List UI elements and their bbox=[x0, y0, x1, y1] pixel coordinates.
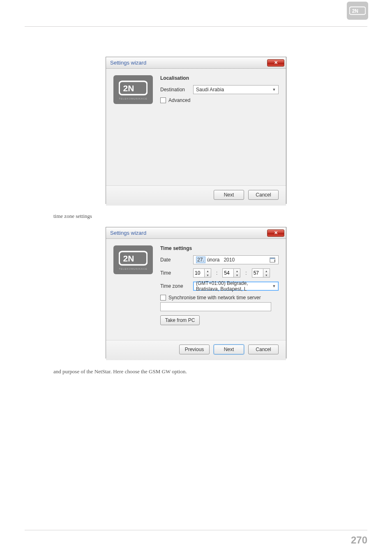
chevron-down-icon[interactable]: ▼ bbox=[263, 273, 270, 277]
label-sync-ntp: Synchronise time with network time serve… bbox=[168, 295, 261, 301]
next-button[interactable]: Next bbox=[214, 345, 244, 354]
time-separator: : bbox=[245, 270, 247, 276]
destination-value: Saudi Arabia bbox=[196, 87, 271, 92]
date-picker[interactable]: 27. února 2010 ▾ bbox=[193, 255, 279, 264]
label-date: Date bbox=[160, 257, 193, 263]
date-day: 27. bbox=[196, 257, 205, 263]
caption-timezone: time zone settings bbox=[53, 213, 92, 220]
brand-logo: 2N bbox=[347, 2, 368, 20]
footer-rule bbox=[25, 530, 367, 530]
chevron-down-icon: ▼ bbox=[271, 282, 277, 290]
time-second-value[interactable] bbox=[252, 268, 263, 278]
advanced-checkbox[interactable]: Advanced bbox=[160, 97, 190, 103]
timezone-combobox[interactable]: (GMT+01:00) Belgrade, Bratislava, Budape… bbox=[193, 282, 279, 291]
checkbox-icon bbox=[160, 295, 166, 301]
time-second-spinner[interactable]: ▲▼ bbox=[252, 268, 270, 278]
sidebar-logo: 2N TELEKOMUNIKACE bbox=[113, 245, 153, 274]
brand-2n-icon: 2N bbox=[349, 6, 366, 16]
window-title: Settings wizard bbox=[110, 230, 267, 236]
sync-ntp-checkbox[interactable]: Synchronise time with network time serve… bbox=[160, 295, 279, 301]
time-separator: : bbox=[216, 270, 217, 276]
label-destination: Destination bbox=[160, 87, 193, 92]
sidebar-logo-subtext: TELEKOMUNIKACE bbox=[119, 97, 147, 100]
next-button[interactable]: Next bbox=[214, 190, 244, 200]
sidebar: 2N TELEKOMUNIKACE bbox=[113, 74, 157, 185]
sidebar: 2N TELEKOMUNIKACE bbox=[113, 245, 157, 340]
window-title: Settings wizard bbox=[110, 60, 267, 66]
time-hour-value[interactable] bbox=[193, 268, 205, 278]
date-year: 2010 bbox=[224, 257, 235, 263]
dialog-localisation: Settings wizard ✕ 2N TELEKOMUNIKACE Loca… bbox=[106, 57, 286, 204]
take-from-pc-button[interactable]: Take from PC bbox=[160, 315, 200, 325]
checkbox-icon bbox=[160, 97, 166, 103]
destination-combobox[interactable]: Saudi Arabia ▼ bbox=[193, 85, 279, 94]
label-time: Time bbox=[160, 270, 193, 276]
ntp-server-input[interactable] bbox=[160, 302, 271, 311]
time-hour-spinner[interactable]: ▲▼ bbox=[193, 268, 211, 278]
time-minute-value[interactable] bbox=[222, 268, 234, 278]
svg-rect-7 bbox=[270, 258, 275, 259]
close-button[interactable]: ✕ bbox=[267, 59, 284, 67]
close-icon: ✕ bbox=[274, 60, 278, 65]
titlebar: Settings wizard ✕ bbox=[106, 57, 286, 69]
section-localisation: Localisation bbox=[160, 75, 279, 81]
svg-text:2N: 2N bbox=[123, 254, 134, 263]
brand-2n-icon: 2N bbox=[119, 250, 148, 267]
chevron-down-icon: ▼ bbox=[271, 86, 277, 93]
section-time-settings: Time settings bbox=[160, 245, 279, 251]
sidebar-logo: 2N TELEKOMUNIKACE bbox=[113, 75, 153, 104]
cancel-button[interactable]: Cancel bbox=[248, 190, 279, 200]
label-timezone: Time zone bbox=[160, 283, 193, 289]
label-advanced: Advanced bbox=[168, 97, 190, 103]
time-minute-spinner[interactable]: ▲▼ bbox=[222, 268, 240, 278]
chevron-down-icon[interactable]: ▼ bbox=[234, 273, 240, 277]
chevron-down-icon[interactable]: ▼ bbox=[205, 273, 211, 277]
cancel-button[interactable]: Cancel bbox=[248, 345, 279, 354]
chevron-up-icon[interactable]: ▲ bbox=[234, 269, 240, 273]
page-number: 270 bbox=[351, 534, 367, 546]
svg-text:2N: 2N bbox=[352, 8, 358, 14]
timezone-value: (GMT+01:00) Belgrade, Bratislava, Budape… bbox=[196, 280, 271, 292]
brand-2n-icon: 2N bbox=[119, 79, 148, 97]
svg-text:▾: ▾ bbox=[274, 259, 275, 262]
titlebar: Settings wizard ✕ bbox=[106, 227, 286, 239]
date-month: února bbox=[207, 257, 220, 263]
previous-button[interactable]: Previous bbox=[179, 345, 210, 354]
svg-text:2N: 2N bbox=[123, 83, 134, 93]
chevron-up-icon[interactable]: ▲ bbox=[263, 269, 270, 273]
close-button[interactable]: ✕ bbox=[267, 229, 284, 237]
calendar-icon[interactable]: ▾ bbox=[267, 257, 277, 263]
chevron-up-icon[interactable]: ▲ bbox=[205, 269, 211, 273]
header-rule bbox=[25, 26, 367, 27]
sidebar-logo-subtext: TELEKOMUNIKACE bbox=[119, 268, 147, 270]
dialog-time-settings: Settings wizard ✕ 2N TELEKOMUNIKACE Time… bbox=[106, 227, 286, 358]
close-icon: ✕ bbox=[274, 231, 278, 235]
caption-purpose: and purpose of the NetStar. Here choose … bbox=[53, 368, 187, 375]
